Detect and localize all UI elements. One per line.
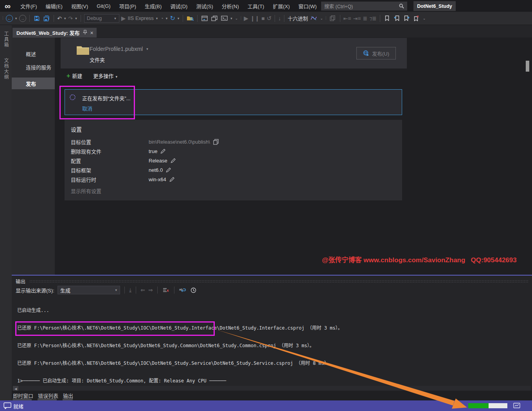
copy-parallel-icon[interactable] xyxy=(329,14,337,22)
refresh-icon[interactable]: ↻ xyxy=(170,14,175,22)
close-tab-icon[interactable]: × xyxy=(90,30,93,36)
find-in-files-icon[interactable] xyxy=(186,14,194,22)
menu-window[interactable]: 窗口(W) xyxy=(294,0,321,12)
hex-display-toggle[interactable]: 十六进制 xyxy=(288,14,308,22)
next-bookmark-icon[interactable] xyxy=(403,14,411,22)
profiler-icon[interactable]: ◔ xyxy=(160,15,163,22)
sidebar-item-connected-services[interactable]: 连接的服务 xyxy=(12,61,55,73)
undo-icon[interactable]: ↶ xyxy=(57,15,62,22)
menu-project[interactable]: 项目(P) xyxy=(115,0,140,12)
feedback-icon[interactable] xyxy=(4,402,11,410)
toolbar-overflow[interactable]: ⌄ xyxy=(235,16,238,20)
pause-icon[interactable]: ❙❙ xyxy=(250,15,259,22)
solution-name-badge[interactable]: DotNet6_Study xyxy=(413,1,456,11)
menu-file[interactable]: 文件(F) xyxy=(16,0,41,12)
goto-message-icon[interactable]: ⤓ xyxy=(129,287,131,294)
more-actions-button[interactable]: 更多操作▾ xyxy=(93,72,117,79)
publish-document-tab[interactable]: DotNet6_Web_Study: 发布 × xyxy=(13,28,97,38)
run-profile-label[interactable]: IIS Express xyxy=(128,15,153,21)
edit-pencil-icon[interactable] xyxy=(171,158,176,163)
redo-icon[interactable]: ↷ xyxy=(68,15,73,22)
menu-edit[interactable]: 编辑(E) xyxy=(41,0,67,12)
start-debug-icon[interactable]: ▶ xyxy=(121,15,126,22)
pin-tab-icon[interactable] xyxy=(83,30,87,36)
new-profile-button[interactable]: +新建 xyxy=(66,72,82,79)
sidebar-item-publish[interactable]: 发布 xyxy=(12,78,55,89)
clear-bookmarks-icon[interactable] xyxy=(413,14,421,22)
sidebar-item-overview[interactable]: 概述 xyxy=(12,48,55,59)
edit-pencil-icon[interactable] xyxy=(160,148,166,154)
terminal-dropdown[interactable]: ▾ xyxy=(230,16,232,20)
vertical-scrollbar-thumb[interactable] xyxy=(526,61,529,72)
quick-search-input[interactable]: 搜索 (Ctrl+Q) xyxy=(321,2,407,11)
clear-all-icon[interactable] xyxy=(162,286,170,294)
publish-button-label: 发布(U) xyxy=(372,50,389,57)
menu-tools[interactable]: 工具(T) xyxy=(243,0,269,12)
setting-row-target-runtime: 目标运行时 win-x64 xyxy=(71,175,392,183)
panel-drag-handle[interactable] xyxy=(29,280,528,283)
terminal-icon[interactable] xyxy=(220,14,228,22)
profile-name-value: FolderProfile1.pubxml xyxy=(90,46,143,52)
previous-bookmark-icon[interactable] xyxy=(393,14,401,22)
menu-debug[interactable]: 调试(D) xyxy=(166,0,192,12)
toolbar-grip[interactable]: ⁞ xyxy=(325,16,326,20)
previous-message-icon[interactable]: ⇐ xyxy=(140,287,145,293)
edit-pencil-icon[interactable] xyxy=(166,167,171,173)
save-icon[interactable] xyxy=(33,14,41,22)
publish-progress-message: 正在发布到“文件夹”... xyxy=(82,94,131,102)
next-message-icon[interactable]: ⇒ xyxy=(148,287,153,293)
blog-watermark-text: @张传宁博客 www.cnblogs.com/SavionZhang QQ:90… xyxy=(322,254,517,264)
profiler-dropdown[interactable]: ▾ xyxy=(166,16,168,20)
home-window-icon[interactable] xyxy=(201,14,208,22)
bottom-tool-tabs: 即时窗口 错误列表 输出 xyxy=(12,391,532,400)
parallel-watch-icon[interactable] xyxy=(310,14,318,22)
save-all-icon[interactable] xyxy=(43,14,50,22)
show-all-settings-link[interactable]: 显示所有设置 xyxy=(71,187,101,195)
toolbar-overflow[interactable]: ⌄ xyxy=(423,16,426,20)
solution-configuration-select[interactable]: Debug ▾ xyxy=(84,14,119,23)
menu-extensions[interactable]: 扩展(X) xyxy=(268,0,294,12)
publish-status-icon[interactable] xyxy=(513,403,520,409)
navigate-back-icon[interactable]: ← xyxy=(6,15,13,22)
menu-analyze[interactable]: 分析(N) xyxy=(217,0,243,12)
menu-build[interactable]: 生成(B) xyxy=(140,0,166,12)
document-tab-strip: DotNet6_Web_Study: 发布 × xyxy=(12,25,532,38)
edit-pencil-icon[interactable] xyxy=(169,177,175,182)
menu-view[interactable]: 视图(V) xyxy=(67,0,92,12)
publish-button[interactable]: 发布(U) xyxy=(356,47,396,59)
output-line: 已还原 F:\Person\核心技术\.NET6\DotNet6_Study\I… xyxy=(17,361,343,366)
step-into-icon[interactable]: ↓ xyxy=(278,15,281,22)
decrease-indent-icon[interactable]: ⇤≡ xyxy=(343,15,351,22)
menu-test[interactable]: 测试(S) xyxy=(192,0,217,12)
toggle-bookmark-icon[interactable] xyxy=(383,14,391,22)
restart-icon[interactable]: ↺ xyxy=(267,15,272,22)
document-outline-rail-tab[interactable]: 文档大纲 xyxy=(3,54,9,84)
copy-icon[interactable] xyxy=(213,139,219,145)
word-wrap-icon[interactable]: ab xyxy=(179,286,187,294)
comment-icon[interactable]: ≣ xyxy=(363,15,367,22)
stop-icon[interactable]: ■ xyxy=(261,15,264,22)
toolbox-rail-tab[interactable]: 工具箱 xyxy=(3,27,9,52)
publish-profile-select[interactable]: FolderProfile1.pubxml ▾ xyxy=(90,46,149,52)
increase-indent-icon[interactable]: ⇥≡ xyxy=(353,15,361,22)
continue-icon[interactable]: ▶ xyxy=(244,15,248,22)
spinner-icon xyxy=(70,94,75,100)
redo-dropdown[interactable]: ▾ xyxy=(75,16,77,20)
split-window-icon[interactable] xyxy=(210,14,218,22)
output-line: 已启动生成... xyxy=(17,308,343,314)
navigate-back-dropdown[interactable]: ▾ xyxy=(15,16,17,20)
toolbar-grip[interactable]: ⁞ xyxy=(240,16,241,20)
cancel-publish-link[interactable]: 取消 xyxy=(82,105,92,112)
output-source-select[interactable]: 生成 ▾ xyxy=(58,286,120,294)
visual-studio-window: ∞ 文件(F) 编辑(E) 视图(V) Git(G) 项目(P) 生成(B) 调… xyxy=(0,0,532,411)
uncomment-icon[interactable]: ⁊≣ xyxy=(369,15,377,22)
toolbar-overflow[interactable]: ⌄ xyxy=(320,16,323,20)
status-bar: 就绪 xyxy=(0,400,532,411)
undo-dropdown[interactable]: ▾ xyxy=(64,16,66,20)
menu-git[interactable]: Git(G) xyxy=(92,0,115,12)
toolbar-grip[interactable]: ⁞ xyxy=(2,16,3,20)
timestamp-icon[interactable] xyxy=(190,286,198,294)
navigate-forward-icon[interactable]: → xyxy=(19,15,26,22)
refresh-dropdown[interactable]: ▾ xyxy=(178,16,180,20)
run-profile-dropdown[interactable]: ▾ xyxy=(156,16,158,20)
